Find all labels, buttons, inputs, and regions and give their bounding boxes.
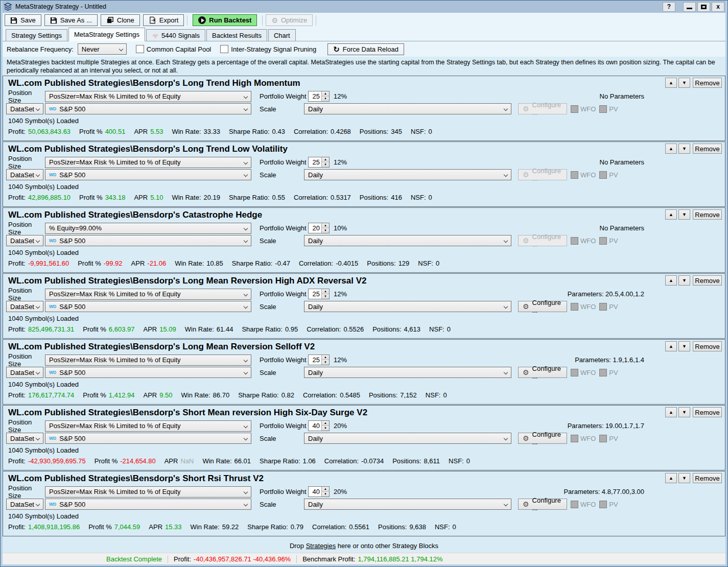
position-size-select[interactable]: PosSizer=Max Risk % Limited to % of Equi… xyxy=(45,289,251,300)
spin-up-icon[interactable]: ▲ xyxy=(322,421,329,426)
pv-checkbox[interactable] xyxy=(599,303,607,311)
move-up-button[interactable]: ▲ xyxy=(665,275,677,286)
wfo-checkbox[interactable] xyxy=(571,303,578,311)
export-button[interactable]: Export xyxy=(143,14,184,26)
remove-button[interactable]: Remove xyxy=(693,78,722,88)
remove-button[interactable]: Remove xyxy=(693,144,722,154)
pv-checkbox[interactable] xyxy=(599,171,607,179)
configure-button[interactable]: ⚙ Configure ... xyxy=(518,301,567,312)
spin-down-icon[interactable]: ▼ xyxy=(322,162,329,167)
position-size-select[interactable]: PosSizer=Max Risk % Limited to % of Equi… xyxy=(45,91,251,102)
dataset-select[interactable]: WDS&P 500 xyxy=(45,301,251,312)
configure-button[interactable]: ⚙ Configure ... xyxy=(518,433,567,444)
move-up-button[interactable]: ▲ xyxy=(665,407,677,417)
scale-select[interactable]: Daily xyxy=(304,301,511,312)
portfolio-weight-input[interactable]: 40 ▲▼ xyxy=(308,420,330,431)
spin-down-icon[interactable]: ▼ xyxy=(322,360,329,365)
move-down-button[interactable]: ▼ xyxy=(678,78,690,88)
portfolio-weight-input[interactable]: 25 ▲▼ xyxy=(308,91,330,102)
move-down-button[interactable]: ▼ xyxy=(678,341,690,351)
dataset-select[interactable]: WDS&P 500 xyxy=(45,367,251,378)
spin-up-icon[interactable]: ▲ xyxy=(322,223,329,228)
spin-down-icon[interactable]: ▼ xyxy=(322,294,329,299)
portfolio-weight-input[interactable]: 25 ▲▼ xyxy=(308,355,330,365)
move-up-button[interactable]: ▲ xyxy=(665,78,677,88)
dataset-select[interactable]: WDS&P 500 xyxy=(45,235,251,246)
move-up-button[interactable]: ▲ xyxy=(665,144,677,154)
pv-checkbox[interactable] xyxy=(599,237,607,245)
wfo-checkbox[interactable] xyxy=(571,171,578,179)
wfo-checkbox[interactable] xyxy=(571,501,578,508)
save-button[interactable]: Save xyxy=(5,14,41,26)
tab-chart[interactable]: Chart xyxy=(268,29,296,41)
move-up-button[interactable]: ▲ xyxy=(665,473,677,483)
spin-up-icon[interactable]: ▲ xyxy=(322,91,329,97)
wfo-checkbox[interactable] xyxy=(571,105,578,113)
pv-checkbox[interactable] xyxy=(599,435,607,442)
maximize-button[interactable] xyxy=(697,2,710,12)
dataset-dropdown-button[interactable]: DataSet xyxy=(6,301,43,312)
position-size-select[interactable]: PosSizer=Max Risk % Limited to % of Equi… xyxy=(45,355,251,366)
force-data-reload-button[interactable]: ↻ Force Data Reload xyxy=(327,43,404,55)
tab-metastrategy-settings[interactable]: MetaStrategy Settings xyxy=(68,28,145,41)
pv-checkbox[interactable] xyxy=(599,501,607,508)
position-size-select[interactable]: % Equity=99.00% xyxy=(45,223,251,234)
spin-up-icon[interactable]: ▲ xyxy=(322,289,329,294)
position-size-select[interactable]: PosSizer=Max Risk % Limited to % of Equi… xyxy=(45,420,251,432)
dataset-dropdown-button[interactable]: DataSet xyxy=(6,235,43,246)
dataset-dropdown-button[interactable]: DataSet xyxy=(6,433,43,444)
save-as-button[interactable]: Save As ... xyxy=(44,14,98,26)
spin-down-icon[interactable]: ▼ xyxy=(322,492,329,497)
move-down-button[interactable]: ▼ xyxy=(678,144,690,154)
pv-checkbox[interactable] xyxy=(599,369,607,376)
remove-button[interactable]: Remove xyxy=(693,473,722,483)
portfolio-weight-input[interactable]: 40 ▲▼ xyxy=(308,486,330,497)
tab-strategy-settings[interactable]: Strategy Settings xyxy=(6,29,67,41)
spin-up-icon[interactable]: ▲ xyxy=(322,487,329,492)
dataset-select[interactable]: WDS&P 500 xyxy=(45,169,251,180)
help-button[interactable]: ? xyxy=(663,2,675,12)
common-capital-pool-checkbox[interactable] xyxy=(136,45,144,53)
close-button[interactable]: x xyxy=(712,2,724,12)
scale-select[interactable]: Daily xyxy=(304,367,511,378)
scale-select[interactable]: Daily xyxy=(304,169,511,180)
inter-strategy-pruning-checkbox[interactable] xyxy=(220,45,228,53)
configure-button[interactable]: ⚙ Configure ... xyxy=(518,103,567,114)
scale-select[interactable]: Daily xyxy=(304,235,511,246)
move-down-button[interactable]: ▼ xyxy=(678,275,690,286)
remove-button[interactable]: Remove xyxy=(693,407,722,417)
configure-button[interactable]: ⚙ Configure ... xyxy=(518,499,567,510)
scale-select[interactable]: Daily xyxy=(304,499,511,510)
tab-signals[interactable]: 5440 Signals xyxy=(146,29,205,41)
move-down-button[interactable]: ▼ xyxy=(678,473,690,483)
scale-select[interactable]: Daily xyxy=(304,433,511,444)
minimize-button[interactable] xyxy=(683,2,696,12)
configure-button[interactable]: ⚙ Configure ... xyxy=(518,367,567,378)
move-down-button[interactable]: ▼ xyxy=(678,407,690,417)
dataset-select[interactable]: WDS&P 500 xyxy=(45,433,251,444)
position-size-select[interactable]: PosSizer=Max Risk % Limited to % of Equi… xyxy=(45,157,251,168)
dataset-dropdown-button[interactable]: DataSet xyxy=(6,103,43,114)
portfolio-weight-input[interactable]: 25 ▲▼ xyxy=(308,157,330,168)
clone-button[interactable]: Clone xyxy=(101,14,140,26)
remove-button[interactable]: Remove xyxy=(693,209,722,220)
configure-button[interactable]: ⚙ Configure ... xyxy=(518,169,567,180)
dataset-select[interactable]: WDS&P 500 xyxy=(45,103,251,114)
spin-up-icon[interactable]: ▲ xyxy=(322,355,329,360)
drop-zone[interactable]: Drop Strategies here or onto other Strat… xyxy=(3,537,725,553)
configure-button[interactable]: ⚙ Configure ... xyxy=(518,235,567,246)
spin-up-icon[interactable]: ▲ xyxy=(322,157,329,162)
portfolio-weight-input[interactable]: 25 ▲▼ xyxy=(308,289,330,299)
portfolio-weight-input[interactable]: 20 ▲▼ xyxy=(308,223,330,233)
remove-button[interactable]: Remove xyxy=(693,341,722,351)
move-down-button[interactable]: ▼ xyxy=(678,209,690,220)
rebalance-frequency-select[interactable]: Never xyxy=(78,43,127,55)
spin-down-icon[interactable]: ▼ xyxy=(322,228,329,233)
move-up-button[interactable]: ▲ xyxy=(665,341,677,351)
wfo-checkbox[interactable] xyxy=(571,237,578,245)
scale-select[interactable]: Daily xyxy=(304,103,511,114)
position-size-select[interactable]: PosSizer=Max Risk % Limited to % of Equi… xyxy=(45,486,251,498)
run-backtest-button[interactable]: Run Backtest xyxy=(193,14,257,26)
wfo-checkbox[interactable] xyxy=(571,435,578,442)
move-up-button[interactable]: ▲ xyxy=(665,209,677,220)
